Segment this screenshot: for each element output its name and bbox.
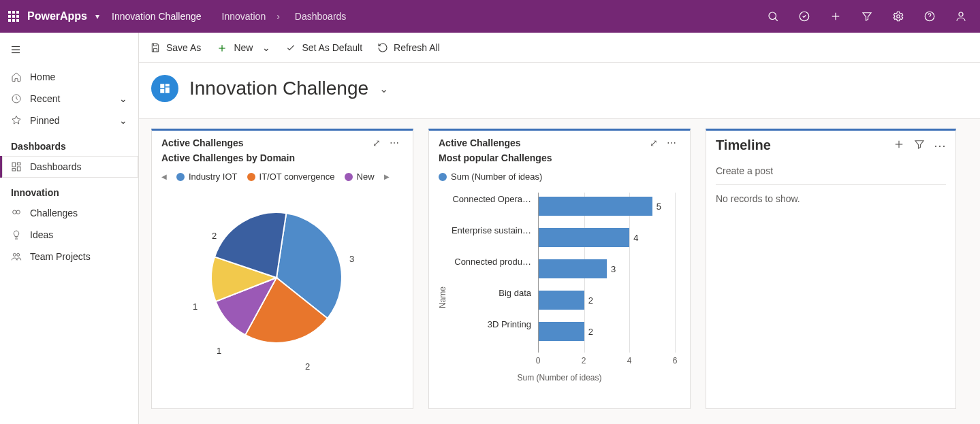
svg-point-17 (13, 210, 16, 214)
timeline-create-post[interactable]: Create a post (716, 159, 946, 185)
filter-icon[interactable] (856, 5, 878, 27)
sidebar-item-pinned[interactable]: Pinned ⌄ (0, 110, 138, 131)
app-launcher-icon[interactable] (8, 11, 19, 22)
expand-icon[interactable]: ⤢ (368, 137, 385, 148)
legend-prev-icon[interactable]: ◀ (161, 173, 167, 180)
add-icon[interactable] (893, 138, 905, 153)
header-actions (762, 5, 972, 27)
page-header: Innovation Challenge ⌄ (139, 63, 980, 119)
bar-chart[interactable]: Name Connected Opera…Enterprise sustain…… (429, 186, 690, 408)
bar-legend: Sum (Number of ideas) (429, 170, 690, 186)
breadcrumb-page[interactable]: Dashboards (295, 11, 347, 22)
svg-rect-14 (17, 163, 20, 165)
bar-rect[interactable] (539, 322, 584, 341)
page-title: Innovation Challenge (189, 78, 368, 99)
legend-next-icon[interactable]: ▶ (384, 173, 390, 180)
sidebar-item-challenges[interactable]: Challenges (0, 202, 138, 224)
help-icon[interactable] (919, 5, 941, 27)
more-icon[interactable]: ⋯ (663, 137, 680, 148)
card-timeline: Timeline ⋯ Create a post No records to s… (706, 129, 956, 409)
bar-value-label: 4 (633, 233, 638, 243)
chevron-down-icon[interactable]: ⌄ (379, 82, 388, 95)
pie-chart[interactable]: 3 2 1 1 2 (152, 186, 413, 408)
sidebar-item-home[interactable]: Home (0, 66, 138, 88)
card-subtitle: Active Challenges by Domain (152, 151, 413, 170)
breadcrumb-area[interactable]: Innovation (222, 11, 266, 22)
sidebar-item-label: Pinned (30, 115, 111, 126)
chevron-down-icon[interactable]: ▾ (95, 12, 99, 21)
sidebar-item-label: Recent (30, 93, 111, 104)
bar-rect[interactable] (539, 197, 652, 216)
svg-point-20 (17, 253, 20, 256)
svg-point-0 (769, 12, 776, 20)
sidebar: Home Recent ⌄ Pinned ⌄ Dashboards Dashbo… (0, 33, 139, 424)
svg-point-18 (16, 210, 20, 214)
sidebar-item-recent[interactable]: Recent ⌄ (0, 88, 138, 110)
svg-rect-24 (160, 89, 164, 93)
account-icon[interactable] (950, 5, 972, 27)
pie-value-label: 1 (217, 346, 221, 356)
card-active-challenges-bar: Active Challenges ⤢ ⋯ Most popular Chall… (428, 129, 691, 409)
sidebar-section-innovation: Innovation (0, 178, 138, 202)
cmd-label: Save As (166, 42, 201, 53)
set-default-button[interactable]: Set As Default (285, 42, 362, 53)
brand-name[interactable]: PowerApps (27, 10, 87, 22)
chevron-down-icon[interactable]: ⌄ (262, 42, 270, 53)
bar-xlabel: Sum (Number of ideas) (429, 373, 690, 382)
svg-point-8 (959, 12, 963, 16)
svg-rect-22 (165, 84, 170, 86)
command-bar: Save As ＋ New ⌄ Set As Default Refresh A… (139, 33, 980, 63)
pie-legend: ◀ Industry IOT IT/OT convergence New ▶ (152, 170, 413, 186)
sidebar-section-dashboards: Dashboards (0, 131, 138, 156)
card-title: Timeline (716, 137, 893, 153)
search-icon[interactable] (762, 5, 784, 27)
legend-label: Sum (Number of ideas) (451, 172, 542, 182)
breadcrumb-app[interactable]: Innovation Challenge (112, 11, 202, 22)
sidebar-item-label: Home (30, 71, 55, 82)
legend-item[interactable]: New (345, 172, 375, 182)
dashboard-badge-icon (151, 75, 178, 102)
svg-rect-13 (12, 163, 16, 167)
bar-category-label: Big data (436, 288, 531, 298)
add-icon[interactable] (825, 5, 847, 27)
pie-value-label: 1 (193, 301, 197, 312)
expand-icon[interactable]: ⤢ (645, 137, 663, 148)
settings-icon[interactable] (887, 5, 909, 27)
bar-rect[interactable] (539, 228, 629, 247)
svg-point-5 (897, 15, 900, 18)
bar-category-label: 3D Printing (436, 319, 531, 329)
filter-icon[interactable] (913, 138, 926, 153)
bar-rect[interactable] (539, 259, 607, 278)
sidebar-item-dashboards[interactable]: Dashboards (0, 156, 138, 178)
chevron-down-icon: ⌄ (119, 115, 127, 126)
bar-rect[interactable] (539, 291, 584, 310)
pie-value-label: 3 (349, 254, 354, 264)
new-button[interactable]: ＋ New ⌄ (216, 42, 270, 54)
card-title: Active Challenges (439, 137, 645, 148)
chevron-down-icon: ⌄ (119, 93, 127, 104)
pie-value-label: 2 (305, 361, 310, 372)
saveas-button[interactable]: Save As (150, 42, 201, 53)
refresh-button[interactable]: Refresh All (377, 42, 440, 53)
task-icon[interactable] (793, 5, 815, 27)
sidebar-item-label: Ideas (30, 229, 53, 240)
cmd-label: Set As Default (302, 42, 362, 53)
svg-rect-23 (165, 88, 170, 93)
sidebar-item-label: Team Projects (30, 251, 91, 262)
hamburger-icon[interactable] (0, 38, 138, 66)
legend-item[interactable]: Industry IOT (176, 172, 238, 182)
more-icon[interactable]: ⋯ (385, 137, 403, 148)
legend-label: Industry IOT (189, 172, 238, 182)
sidebar-item-ideas[interactable]: Ideas (0, 224, 138, 246)
sidebar-item-team-projects[interactable]: Team Projects (0, 246, 138, 267)
more-icon[interactable]: ⋯ (934, 138, 946, 153)
svg-rect-21 (160, 84, 164, 88)
legend-label: New (357, 172, 375, 182)
bar-category-label: Connected Opera… (436, 194, 531, 204)
plus-icon: ＋ (216, 42, 228, 54)
svg-rect-16 (12, 169, 16, 171)
legend-item[interactable]: IT/OT convergence (247, 172, 335, 182)
bar-value-label: 3 (611, 264, 616, 274)
card-title: Active Challenges (161, 137, 368, 148)
timeline-empty-text: No records to show. (716, 185, 946, 212)
